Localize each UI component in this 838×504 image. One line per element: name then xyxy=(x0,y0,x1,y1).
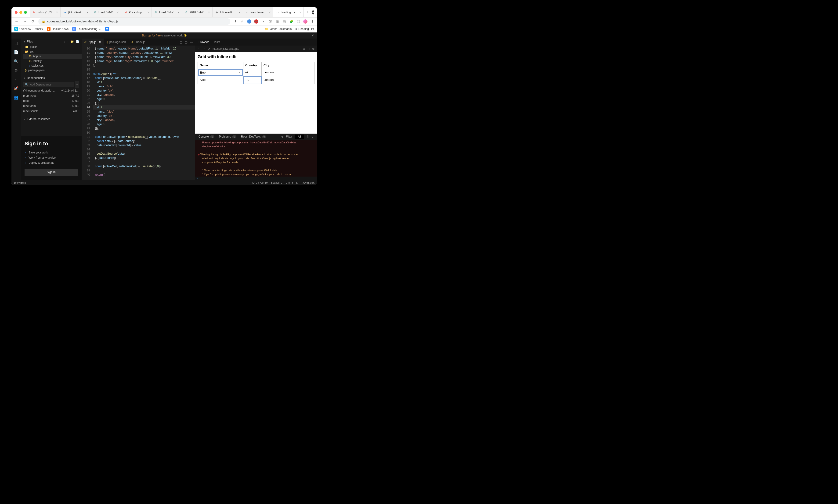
tab-tests[interactable]: Tests xyxy=(213,40,220,44)
new-file-icon[interactable]: 📄 xyxy=(76,40,79,43)
console-tab[interactable]: Console0 xyxy=(199,135,215,138)
code-line[interactable]: }, { xyxy=(93,101,195,105)
encoding[interactable]: UTF-8 xyxy=(286,181,293,184)
tab-browser[interactable]: Browser xyxy=(199,40,209,44)
window-maximize-button[interactable] xyxy=(24,11,27,14)
dependency-item[interactable]: react-scripts4.0.0 xyxy=(23,109,79,114)
cast-icon[interactable]: ⬚ xyxy=(296,19,301,23)
search-icon[interactable]: 🔍 xyxy=(14,59,18,64)
grid-row[interactable]: AliceukLondon xyxy=(198,76,314,84)
reload-button[interactable]: ⟳ xyxy=(31,18,36,24)
preview-tool-icon[interactable]: ⊕ xyxy=(303,47,305,51)
tab-close-icon[interactable]: × xyxy=(147,11,149,14)
code-line[interactable]: id: 1, xyxy=(93,80,195,84)
extension-icon[interactable]: ⓘ xyxy=(268,19,272,23)
browser-tab[interactable]: ⟳Used BMW X3 fo× xyxy=(91,7,121,17)
no-icon[interactable]: ⊘ xyxy=(281,135,284,138)
deps-header[interactable]: ▼ Dependencies xyxy=(21,75,82,81)
tab-close-icon[interactable]: × xyxy=(99,40,101,44)
code-line[interactable]: name: 'Bob', xyxy=(93,84,195,89)
extension-icon[interactable]: ▦ xyxy=(275,19,279,23)
browser-tab[interactable]: MInbox (1,533) - a× xyxy=(30,7,61,17)
language[interactable]: JavaScript xyxy=(303,181,314,184)
code-line[interactable]: age: 5 xyxy=(93,122,195,126)
bookmark[interactable]: 📁Other Bookmarks xyxy=(265,27,292,31)
code-line[interactable]: setDataSource(data); xyxy=(93,151,195,156)
code-line[interactable]: const onEditComplete = useCallback(({ va… xyxy=(93,135,195,139)
dependency-item[interactable]: prop-types15.7.2 xyxy=(23,93,79,98)
window-minimize-button[interactable] xyxy=(19,11,22,14)
code-line[interactable]: const [dataSource, setDataSource] = useS… xyxy=(93,76,195,80)
file-item[interactable]: JSindex.js xyxy=(23,59,82,63)
forward-button[interactable]: → xyxy=(22,18,28,24)
grid-header-country[interactable]: Country xyxy=(243,62,262,69)
signin-button[interactable]: Sign In xyxy=(24,169,78,176)
code-line[interactable]: }]); xyxy=(93,126,195,130)
grid-cell[interactable]: London xyxy=(262,76,314,84)
code-line[interactable]: country: 'uk', xyxy=(93,114,195,118)
code-line[interactable]: const data = [...dataSource]; xyxy=(93,139,195,143)
eol[interactable]: LF xyxy=(296,181,299,184)
git-hash[interactable]: 6c9463dfa xyxy=(14,181,26,184)
grid-cell[interactable]: London xyxy=(262,69,314,76)
code-line[interactable]: id: 2, xyxy=(93,105,195,110)
deploy-icon[interactable]: 🚀 xyxy=(14,86,18,91)
code-line[interactable]: const App = () => { xyxy=(93,72,195,76)
code-line[interactable]: { name: 'city', header: 'City', defaultF… xyxy=(93,55,195,59)
editor-tab[interactable]: JSindex.js xyxy=(129,38,148,46)
grid-header-name[interactable]: Name xyxy=(198,62,243,69)
window-close-button[interactable] xyxy=(15,11,18,14)
console-tab[interactable]: React DevTools0 xyxy=(241,135,266,138)
files-header[interactable]: ▼ Files ↓ ↑ 📁 📄 xyxy=(21,38,82,44)
tab-close-icon[interactable]: × xyxy=(239,11,240,14)
layout-icon[interactable]: ▢ xyxy=(185,40,188,44)
new-tab-button[interactable]: + xyxy=(304,10,312,15)
clear-icon[interactable]: ✕ xyxy=(238,71,241,74)
preview-url[interactable]: https://hjkxw.csb.app/ xyxy=(212,47,301,51)
sandbox-icon[interactable]: ◫ xyxy=(15,41,18,45)
cursor-pos[interactable]: Ln 24, Col 10 xyxy=(252,181,268,184)
browser-tab[interactable]: ⟳2018 BMW X3 xD× xyxy=(182,7,212,17)
code-line[interactable]: city: 'London', xyxy=(93,118,195,122)
preview-reload-button[interactable]: ⟳ xyxy=(208,47,210,51)
tab-close-icon[interactable]: × xyxy=(117,11,119,14)
tab-close-icon[interactable]: × xyxy=(269,11,271,14)
console-all-dropdown[interactable]: All xyxy=(295,134,304,139)
browser-tab[interactable]: in(99+) Post | Feed× xyxy=(61,7,91,17)
code-line[interactable]: city: 'London', xyxy=(93,93,195,97)
console-collapse-icon[interactable]: ⌄ xyxy=(311,135,313,138)
grid-cell[interactable]: Alice xyxy=(198,76,243,84)
extensions-puzzle-icon[interactable]: 🧩 xyxy=(289,19,293,23)
console-filter-input[interactable]: Filter xyxy=(286,135,292,138)
preview-back-button[interactable]: ← xyxy=(198,47,200,51)
dependency-item[interactable]: react-dom17.0.2 xyxy=(23,104,79,109)
adblock-icon[interactable]: ABP xyxy=(254,19,258,23)
editor-tab[interactable]: {}package.json xyxy=(104,38,129,46)
code-line[interactable]: age: 5 xyxy=(93,97,195,101)
code-line[interactable]: data[rowIndex][columnId] = value; xyxy=(93,143,195,147)
dependency-item[interactable]: @inovua/reactdatagrid-...^4.1.24 (4.1...… xyxy=(23,88,79,93)
code-line[interactable] xyxy=(93,168,195,173)
browser-tab[interactable]: □Loading... - Code× xyxy=(273,7,304,17)
preview-tool-icon[interactable]: ◫ xyxy=(307,47,310,51)
new-folder-icon[interactable]: 📁 xyxy=(70,40,74,43)
layout-icon[interactable]: ◫ xyxy=(179,40,182,44)
profile-avatar[interactable] xyxy=(303,19,307,23)
extension-icon[interactable] xyxy=(247,19,251,23)
extension-icon[interactable]: ▤ xyxy=(282,19,287,23)
grid-header-city[interactable]: City xyxy=(262,62,314,69)
tab-close-icon[interactable]: × xyxy=(178,11,179,14)
code-line[interactable]: { name: 'name', header: 'Name', defaultF… xyxy=(93,47,195,51)
bookmark[interactable]: YHacker News xyxy=(47,27,69,31)
editor-tab[interactable]: JSApp.js× xyxy=(82,38,104,46)
code-line[interactable]: return ( xyxy=(93,173,195,177)
code-line[interactable]: { name: 'country', header: 'Country', de… xyxy=(93,51,195,55)
grid-cell[interactable]: uk xyxy=(243,69,262,76)
folder-item[interactable]: 📂src xyxy=(23,49,82,54)
bookmark[interactable]: ≡Reading List xyxy=(295,27,314,31)
code-line[interactable]: }, [dataSource]) xyxy=(93,156,195,160)
more-icon[interactable]: ⋯ xyxy=(190,40,193,44)
grid-cell-active[interactable]: uk xyxy=(243,76,262,84)
open-external-icon[interactable]: ⧉ xyxy=(312,47,314,51)
live-icon[interactable]: 👥 xyxy=(14,95,18,100)
